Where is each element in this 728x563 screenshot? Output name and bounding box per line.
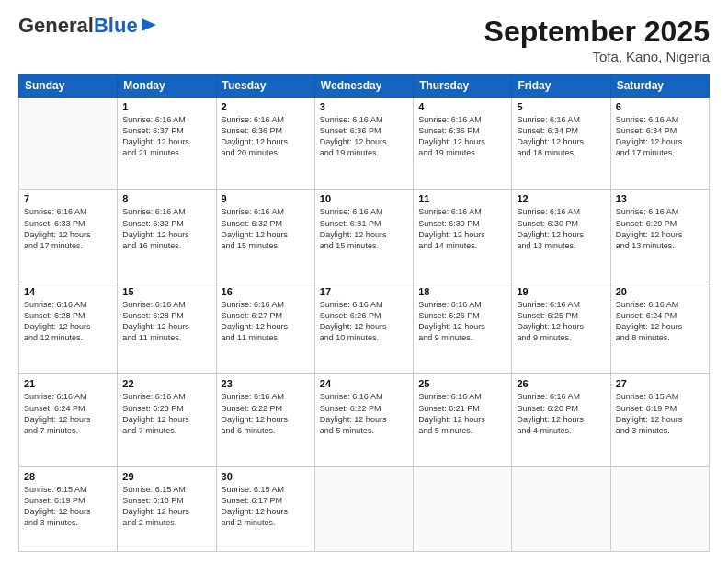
calendar-cell: 30Sunrise: 6:15 AM Sunset: 6:17 PM Dayli… — [216, 466, 314, 551]
day-number: 27 — [616, 378, 704, 389]
day-number: 18 — [418, 286, 506, 297]
day-info: Sunrise: 6:15 AM Sunset: 6:18 PM Dayligh… — [122, 484, 210, 529]
calendar-cell: 11Sunrise: 6:16 AM Sunset: 6:30 PM Dayli… — [414, 190, 512, 282]
day-info: Sunrise: 6:16 AM Sunset: 6:28 PM Dayligh… — [122, 299, 210, 344]
calendar-cell: 13Sunrise: 6:16 AM Sunset: 6:29 PM Dayli… — [610, 190, 709, 282]
day-info: Sunrise: 6:16 AM Sunset: 6:26 PM Dayligh… — [320, 299, 408, 344]
day-info: Sunrise: 6:15 AM Sunset: 6:19 PM Dayligh… — [616, 391, 704, 436]
calendar-cell: 4Sunrise: 6:16 AM Sunset: 6:35 PM Daylig… — [414, 98, 512, 190]
day-info: Sunrise: 6:16 AM Sunset: 6:36 PM Dayligh… — [222, 114, 310, 159]
calendar-cell: 22Sunrise: 6:16 AM Sunset: 6:23 PM Dayli… — [118, 374, 216, 466]
calendar-cell: 21Sunrise: 6:16 AM Sunset: 6:24 PM Dayli… — [19, 374, 118, 466]
calendar-cell: 25Sunrise: 6:16 AM Sunset: 6:21 PM Dayli… — [414, 374, 512, 466]
day-header-friday: Friday — [512, 75, 610, 98]
calendar-cell: 12Sunrise: 6:16 AM Sunset: 6:30 PM Dayli… — [512, 190, 610, 282]
day-info: Sunrise: 6:16 AM Sunset: 6:20 PM Dayligh… — [517, 391, 605, 436]
calendar-cell: 18Sunrise: 6:16 AM Sunset: 6:26 PM Dayli… — [414, 282, 512, 373]
day-number: 21 — [24, 378, 112, 389]
day-number: 12 — [517, 193, 605, 204]
day-number: 25 — [418, 378, 506, 389]
day-number: 5 — [517, 101, 605, 112]
calendar-cell: 6Sunrise: 6:16 AM Sunset: 6:34 PM Daylig… — [610, 98, 709, 190]
calendar-cell: 5Sunrise: 6:16 AM Sunset: 6:34 PM Daylig… — [512, 98, 610, 190]
day-number: 8 — [122, 193, 210, 204]
day-header-tuesday: Tuesday — [216, 75, 314, 98]
day-header-monday: Monday — [118, 75, 216, 98]
logo-arrow-icon — [142, 18, 156, 35]
calendar-cell: 2Sunrise: 6:16 AM Sunset: 6:36 PM Daylig… — [216, 98, 314, 190]
calendar-cell: 27Sunrise: 6:15 AM Sunset: 6:19 PM Dayli… — [610, 374, 709, 466]
day-info: Sunrise: 6:16 AM Sunset: 6:33 PM Dayligh… — [24, 206, 112, 251]
calendar-week-2: 7Sunrise: 6:16 AM Sunset: 6:33 PM Daylig… — [19, 190, 710, 282]
logo-general: General — [18, 14, 94, 37]
svg-marker-0 — [142, 18, 156, 31]
calendar-cell: 17Sunrise: 6:16 AM Sunset: 6:26 PM Dayli… — [314, 282, 413, 373]
day-info: Sunrise: 6:16 AM Sunset: 6:34 PM Dayligh… — [517, 114, 605, 159]
day-info: Sunrise: 6:16 AM Sunset: 6:35 PM Dayligh… — [418, 114, 506, 159]
logo-blue: Blue — [94, 14, 138, 37]
day-number: 19 — [517, 286, 605, 297]
calendar-cell: 7Sunrise: 6:16 AM Sunset: 6:33 PM Daylig… — [19, 190, 118, 282]
day-info: Sunrise: 6:16 AM Sunset: 6:34 PM Dayligh… — [616, 114, 704, 159]
calendar-cell: 20Sunrise: 6:16 AM Sunset: 6:24 PM Dayli… — [610, 282, 709, 373]
location: Tofa, Kano, Nigeria — [484, 49, 710, 64]
day-number: 10 — [320, 193, 408, 204]
day-number: 22 — [122, 378, 210, 389]
day-info: Sunrise: 6:16 AM Sunset: 6:32 PM Dayligh… — [122, 206, 210, 251]
day-info: Sunrise: 6:16 AM Sunset: 6:23 PM Dayligh… — [122, 391, 210, 436]
day-number: 2 — [222, 101, 310, 112]
calendar-cell: 3Sunrise: 6:16 AM Sunset: 6:36 PM Daylig… — [314, 98, 413, 190]
day-info: Sunrise: 6:16 AM Sunset: 6:31 PM Dayligh… — [320, 206, 408, 251]
day-number: 4 — [418, 101, 506, 112]
calendar-cell — [314, 466, 413, 551]
day-number: 28 — [24, 471, 112, 482]
day-info: Sunrise: 6:15 AM Sunset: 6:17 PM Dayligh… — [222, 484, 310, 529]
calendar-cell: 16Sunrise: 6:16 AM Sunset: 6:27 PM Dayli… — [216, 282, 314, 373]
calendar-cell: 29Sunrise: 6:15 AM Sunset: 6:18 PM Dayli… — [118, 466, 216, 551]
calendar-cell: 24Sunrise: 6:16 AM Sunset: 6:22 PM Dayli… — [314, 374, 413, 466]
day-number: 14 — [24, 286, 112, 297]
logo: GeneralBlue — [18, 15, 156, 37]
title-section: September 2025 Tofa, Kano, Nigeria — [484, 15, 710, 64]
day-info: Sunrise: 6:16 AM Sunset: 6:25 PM Dayligh… — [517, 299, 605, 344]
calendar-cell: 10Sunrise: 6:16 AM Sunset: 6:31 PM Dayli… — [314, 190, 413, 282]
calendar-cell: 9Sunrise: 6:16 AM Sunset: 6:32 PM Daylig… — [216, 190, 314, 282]
day-number: 16 — [222, 286, 310, 297]
day-number: 9 — [222, 193, 310, 204]
day-number: 17 — [320, 286, 408, 297]
day-info: Sunrise: 6:16 AM Sunset: 6:30 PM Dayligh… — [517, 206, 605, 251]
day-header-sunday: Sunday — [19, 75, 118, 98]
day-info: Sunrise: 6:16 AM Sunset: 6:24 PM Dayligh… — [24, 391, 112, 436]
day-number: 7 — [24, 193, 112, 204]
day-number: 30 — [222, 471, 310, 482]
calendar-week-3: 14Sunrise: 6:16 AM Sunset: 6:28 PM Dayli… — [19, 282, 710, 373]
page: GeneralBlue September 2025 Tofa, Kano, N… — [0, 0, 728, 563]
day-info: Sunrise: 6:16 AM Sunset: 6:22 PM Dayligh… — [222, 391, 310, 436]
day-number: 20 — [616, 286, 704, 297]
day-info: Sunrise: 6:16 AM Sunset: 6:26 PM Dayligh… — [418, 299, 506, 344]
day-info: Sunrise: 6:16 AM Sunset: 6:29 PM Dayligh… — [616, 206, 704, 251]
day-header-saturday: Saturday — [610, 75, 709, 98]
day-info: Sunrise: 6:16 AM Sunset: 6:37 PM Dayligh… — [122, 114, 210, 159]
logo-text: GeneralBlue — [18, 15, 138, 37]
day-info: Sunrise: 6:15 AM Sunset: 6:19 PM Dayligh… — [24, 484, 112, 529]
day-info: Sunrise: 6:16 AM Sunset: 6:22 PM Dayligh… — [320, 391, 408, 436]
day-info: Sunrise: 6:16 AM Sunset: 6:32 PM Dayligh… — [222, 206, 310, 251]
calendar-cell: 14Sunrise: 6:16 AM Sunset: 6:28 PM Dayli… — [19, 282, 118, 373]
calendar-cell: 26Sunrise: 6:16 AM Sunset: 6:20 PM Dayli… — [512, 374, 610, 466]
calendar-cell — [610, 466, 709, 551]
day-info: Sunrise: 6:16 AM Sunset: 6:21 PM Dayligh… — [418, 391, 506, 436]
day-number: 6 — [616, 101, 704, 112]
calendar-week-1: 1Sunrise: 6:16 AM Sunset: 6:37 PM Daylig… — [19, 98, 710, 190]
day-number: 24 — [320, 378, 408, 389]
calendar-cell — [19, 98, 118, 190]
calendar-header-row: SundayMondayTuesdayWednesdayThursdayFrid… — [19, 75, 710, 98]
calendar-cell: 8Sunrise: 6:16 AM Sunset: 6:32 PM Daylig… — [118, 190, 216, 282]
calendar-cell: 15Sunrise: 6:16 AM Sunset: 6:28 PM Dayli… — [118, 282, 216, 373]
day-info: Sunrise: 6:16 AM Sunset: 6:28 PM Dayligh… — [24, 299, 112, 344]
day-number: 13 — [616, 193, 704, 204]
day-number: 29 — [122, 471, 210, 482]
calendar-cell — [512, 466, 610, 551]
calendar-cell: 1Sunrise: 6:16 AM Sunset: 6:37 PM Daylig… — [118, 98, 216, 190]
day-number: 1 — [122, 101, 210, 112]
